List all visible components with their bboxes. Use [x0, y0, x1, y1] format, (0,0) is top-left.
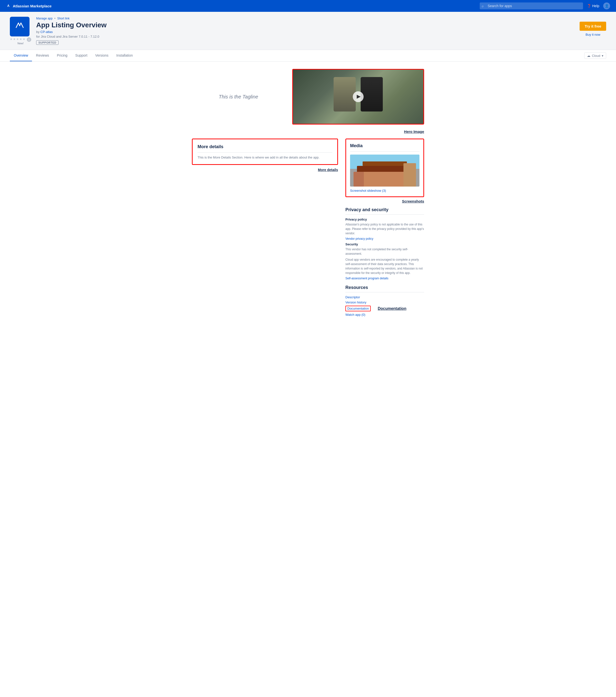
content-layout: More details This is the More Details Se… [192, 138, 424, 322]
content-left: More details This is the More Details Se… [192, 138, 338, 322]
hero-image-label-link[interactable]: Hero Image [404, 130, 424, 134]
nav-actions: ❓ Help 👤 [587, 2, 610, 9]
self-assessment-link[interactable]: Self-assessment program details [345, 277, 424, 280]
media-title: Media [350, 143, 419, 152]
buy-now-link[interactable]: Buy it now [586, 33, 600, 36]
tab-versions[interactable]: Versions [91, 50, 112, 61]
more-details-title: More details [197, 144, 332, 152]
new-label: New! [10, 42, 31, 45]
hero-image-label-container: Hero Image [192, 130, 424, 134]
privacy-policy-block: Privacy policy Atlassian's privacy polic… [345, 218, 424, 240]
privacy-section-title: Privacy and security [345, 207, 424, 214]
hero-tagline: This is the Tagline [192, 69, 285, 124]
hero-video[interactable] [293, 70, 423, 124]
rating-count: 0 [27, 38, 31, 42]
app-title: App Listing Overview [36, 21, 575, 29]
search-input[interactable] [480, 2, 583, 9]
app-by: by CP-atlas [36, 30, 575, 34]
security-subtitle: Security [345, 242, 424, 246]
resources-section: Resources Descriptor Version history Doc… [345, 285, 424, 316]
person-right [361, 77, 383, 112]
documentation-row: Documentation Documentation [345, 306, 424, 311]
more-details-link-container: More details [192, 168, 338, 172]
bitbucket-icon [14, 20, 26, 33]
user-icon: 👤 [605, 4, 609, 8]
chevron-down-icon: ▾ [602, 54, 603, 58]
privacy-policy-text: Atlassian's privacy policy is not applic… [345, 222, 424, 236]
search-container: ⌕ [480, 2, 583, 9]
app-header: ★ ★ ★ ★ ★ 0 New! Manage app • Short link… [0, 12, 616, 50]
star-1: ★ [10, 38, 13, 42]
main-content: This is the Tagline Hero Image [182, 61, 434, 329]
privacy-section: Privacy and security Privacy policy Atla… [345, 207, 424, 280]
help-circle-icon: ❓ [587, 4, 591, 8]
supported-badge: SUPPORTED [36, 40, 59, 45]
screenshots-label-link[interactable]: Screenshots [402, 199, 424, 203]
app-for: for Jira Cloud and Jira Server 7.0.11 - … [36, 35, 575, 39]
version-history-link[interactable]: Version history [345, 300, 424, 304]
top-navigation: Atlassian Marketplace ⌕ ❓ Help 👤 [0, 0, 616, 12]
more-details-link[interactable]: More details [318, 168, 338, 172]
play-button[interactable] [353, 91, 364, 102]
tagline-text: This is the Tagline [219, 94, 258, 100]
brand-text: Atlassian Marketplace [13, 4, 52, 8]
tab-overview[interactable]: Overview [10, 50, 32, 61]
vendor-privacy-link[interactable]: Vendor privacy policy [345, 237, 424, 240]
tab-installation[interactable]: Installation [112, 50, 137, 61]
tab-reviews[interactable]: Reviews [32, 50, 53, 61]
cloud-icon: ☁ [587, 54, 590, 58]
by-label: by [36, 30, 40, 34]
tab-support[interactable]: Support [71, 50, 91, 61]
star-rating: ★ ★ ★ ★ ★ 0 [10, 38, 31, 42]
more-details-text: This is the More Details Section. Here i… [197, 155, 332, 159]
star-5: ★ [22, 38, 25, 42]
help-button[interactable]: ❓ Help [587, 4, 599, 8]
separator: • [54, 17, 55, 20]
tab-bar: Overview Reviews Pricing Support Version… [0, 50, 616, 61]
manage-links: Manage app • Short link [36, 17, 575, 20]
security-block: Security This vendor has not completed t… [345, 242, 424, 280]
user-avatar[interactable]: 👤 [603, 2, 610, 9]
app-icon-container: ★ ★ ★ ★ ★ 0 New! [10, 17, 31, 45]
search-icon: ⌕ [482, 4, 484, 8]
star-4: ★ [19, 38, 22, 42]
cloud-selector[interactable]: ☁ Cloud ▾ [584, 53, 606, 59]
documentation-label: Documentation [378, 307, 406, 311]
short-link[interactable]: Short link [57, 17, 70, 20]
resources-section-title: Resources [345, 285, 424, 292]
screenshot-image [350, 154, 419, 187]
privacy-policy-subtitle: Privacy policy [345, 218, 424, 221]
help-label: Help [592, 4, 599, 8]
screenshot-slideshow-link[interactable]: Screenshot slideshow (3) [350, 189, 386, 192]
cloud-label: Cloud [592, 54, 600, 58]
play-triangle-icon [357, 95, 361, 99]
more-details-card: More details This is the More Details Se… [192, 138, 338, 165]
star-3: ★ [16, 38, 19, 42]
content-right: Media Screenshot slideshow (3) Screensho… [345, 138, 424, 322]
app-icon [10, 17, 30, 36]
hero-section: This is the Tagline [192, 69, 424, 124]
app-actions: Try it free Buy it now [580, 17, 606, 36]
person-left [334, 77, 356, 112]
media-card: Media Screenshot slideshow (3) [345, 138, 424, 197]
star-2: ★ [13, 38, 16, 42]
atlassian-icon [6, 3, 11, 9]
app-info: Manage app • Short link App Listing Over… [36, 17, 575, 45]
brand-logo[interactable]: Atlassian Marketplace [6, 3, 52, 9]
watch-app-link[interactable]: Watch app (0) [345, 313, 424, 316]
screenshots-label-container: Screenshots [345, 199, 424, 203]
descriptor-link[interactable]: Descriptor [345, 295, 424, 299]
security-text-1: This vendor has not completed the securi… [345, 247, 424, 256]
try-free-button[interactable]: Try it free [580, 22, 606, 31]
app-icon-bottom: ★ ★ ★ ★ ★ 0 New! [10, 38, 31, 45]
tab-pricing[interactable]: Pricing [53, 50, 71, 61]
manage-app-link[interactable]: Manage app [36, 17, 52, 20]
security-text-2: Cloud app vendors are encouraged to comp… [345, 257, 424, 275]
hero-video-wrapper [292, 69, 424, 124]
vendor-link[interactable]: CP-atlas [40, 30, 52, 34]
documentation-link[interactable]: Documentation [345, 306, 371, 311]
